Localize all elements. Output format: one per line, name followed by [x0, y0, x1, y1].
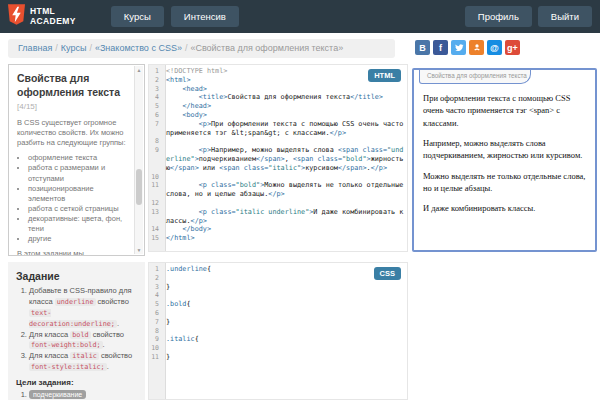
css-code-editor[interactable]: CSS 1.underline{23}45.bold{67}89.italic{… [148, 262, 408, 400]
code-line[interactable]: 15</html> [149, 234, 407, 243]
profile-button[interactable]: Профиль [465, 6, 532, 27]
task-step: Для класса italic свойство font-style:it… [29, 351, 137, 373]
preview-paragraph: И даже комбинировать классы. [423, 202, 586, 214]
line-number: 11 [149, 181, 162, 199]
code-line[interactable]: 7 <p>При оформлении текста с помощью CSS… [149, 120, 407, 138]
code-line[interactable]: 8 [149, 327, 407, 336]
line-number: 1 [149, 67, 162, 76]
property-group-item: позиционирование элементов [28, 184, 129, 204]
inline-code: bold [70, 331, 90, 339]
vk-icon[interactable]: В [415, 40, 430, 55]
code-line[interactable]: 12 [149, 199, 407, 208]
line-number: 4 [149, 93, 162, 102]
breadcrumb-item[interactable]: Главная [18, 43, 52, 53]
breadcrumb-item[interactable]: Курсы [61, 43, 87, 53]
task-title: Задание [16, 270, 137, 282]
line-number: 7 [149, 318, 162, 327]
line-number: 1 [149, 265, 162, 274]
twitter-icon[interactable] [451, 40, 466, 55]
line-number: 9 [149, 335, 162, 344]
preview-content: При оформлении текста с помощью CSS очен… [414, 70, 595, 231]
code-line[interactable]: 10 [149, 344, 407, 353]
code-line[interactable]: 10 [149, 173, 407, 182]
line-number: 8 [149, 327, 162, 336]
task-goals-list: подчеркиваниежирностькурсив [29, 390, 137, 400]
logo-text: HTML ACADEMY [30, 7, 76, 27]
code-line[interactable]: 1.underline{ [149, 265, 407, 274]
code-line[interactable]: 14 </body> [149, 225, 407, 234]
code-line[interactable]: 5 </head> [149, 102, 407, 111]
code-line[interactable]: 11 <p class="bold">Можно выделять не тол… [149, 181, 407, 199]
task-steps-list: Добавьте в CSS-правило для класса underl… [29, 286, 137, 373]
logout-button[interactable]: Выйти [538, 6, 592, 27]
property-groups-list: оформление текстаработа с размерами и от… [28, 153, 129, 244]
scroll-thumb[interactable] [136, 169, 142, 205]
mailru-icon[interactable]: @ [487, 40, 502, 55]
property-group-item: декоративные: цвета, фон, тени [28, 214, 129, 234]
line-number: 10 [149, 173, 162, 182]
code-line[interactable]: 7} [149, 318, 407, 327]
code-line[interactable]: 9.italic{ [149, 335, 407, 344]
line-number: 8 [149, 137, 162, 146]
code-line[interactable]: 8 [149, 137, 407, 146]
property-group-item: работа с сеткой страницы [28, 204, 129, 214]
preview-paragraph: При оформлении текста с помощью CSS очен… [423, 92, 586, 129]
code-line[interactable]: 6 [149, 309, 407, 318]
code-line[interactable]: 9 <p>Например, можно выделять слова <spa… [149, 146, 407, 172]
task-step-text: свойство [99, 351, 132, 360]
scroll-up-icon[interactable]: ▲ [135, 66, 143, 74]
task-step-text: Для класса [29, 330, 70, 339]
task-step-text: . [103, 340, 105, 349]
nav-intensive-button[interactable]: Интенсив [171, 6, 239, 27]
line-number: 3 [149, 283, 162, 292]
breadcrumb-separator: / [86, 43, 95, 53]
property-group-item: работа с размерами и отступами [28, 163, 129, 183]
theory-outro: В этом задании мы познакомимся с несколь… [17, 249, 129, 256]
inline-code: font-style:italic; [29, 363, 107, 371]
property-group-item: другие [28, 234, 129, 244]
code-line[interactable]: 5.bold{ [149, 300, 407, 309]
code-line[interactable]: 2 [149, 274, 407, 283]
theory-scrollbar[interactable]: ▲ ▼ [134, 66, 143, 254]
nav-courses-button[interactable]: Курсы [111, 6, 164, 27]
inline-code: text-decoration:underline; [29, 309, 117, 328]
googleplus-icon[interactable]: g+ [505, 40, 520, 55]
facebook-icon[interactable]: f [433, 40, 448, 55]
browser-preview-panel: Свойства для оформления текста При оформ… [412, 68, 597, 252]
task-step: Добавьте в CSS-правило для класса underl… [29, 286, 137, 330]
header-user-nav: Профиль Выйти [465, 6, 592, 27]
code-line[interactable]: 4 <title>Свойства для оформления текста<… [149, 93, 407, 102]
task-step-text: Для класса [29, 351, 70, 360]
breadcrumb-item[interactable]: «Знакомство с CSS» [95, 43, 182, 53]
code-line[interactable]: 3 <head> [149, 85, 407, 94]
goal-badge: подчеркивание [29, 390, 86, 399]
line-number: 9 [149, 146, 162, 172]
line-number: 2 [149, 274, 162, 283]
lesson-progress: [4/15] [17, 102, 37, 111]
goals-title: Цели задания: [16, 378, 137, 387]
line-number: 7 [149, 120, 162, 138]
line-number: 6 [149, 111, 162, 120]
code-line[interactable]: 3} [149, 283, 407, 292]
theory-intro: В CSS существует огромное количество сво… [17, 118, 129, 148]
code-line[interactable]: 13 <p class="italic underline">И даже ко… [149, 208, 407, 226]
code-line[interactable]: 4 [149, 291, 407, 300]
line-number: 2 [149, 76, 162, 85]
scroll-down-icon[interactable]: ▼ [135, 246, 143, 254]
line-number: 11 [149, 353, 162, 362]
line-number: 15 [149, 234, 162, 243]
code-line[interactable]: 6 <body> [149, 111, 407, 120]
breadcrumb: Главная/Курсы/«Знакомство с CSS»/«Свойст… [8, 39, 395, 58]
line-number: 4 [149, 291, 162, 300]
odnoklassniki-icon[interactable] [469, 40, 484, 55]
line-number: 5 [149, 300, 162, 309]
breadcrumb-separator: / [52, 43, 61, 53]
line-number: 3 [149, 85, 162, 94]
preview-tab[interactable]: Свойства для оформления текста [419, 70, 531, 84]
html-code-editor[interactable]: HTML 1<!DOCTYPE html>2<html>3 <head>4 <t… [148, 64, 408, 252]
property-group-item: оформление текста [28, 153, 129, 163]
htmlacademy-logo[interactable]: HTML ACADEMY [0, 4, 76, 29]
code-line[interactable]: 11} [149, 353, 407, 362]
line-number: 6 [149, 309, 162, 318]
header-nav: Курсы Интенсив [111, 6, 239, 27]
